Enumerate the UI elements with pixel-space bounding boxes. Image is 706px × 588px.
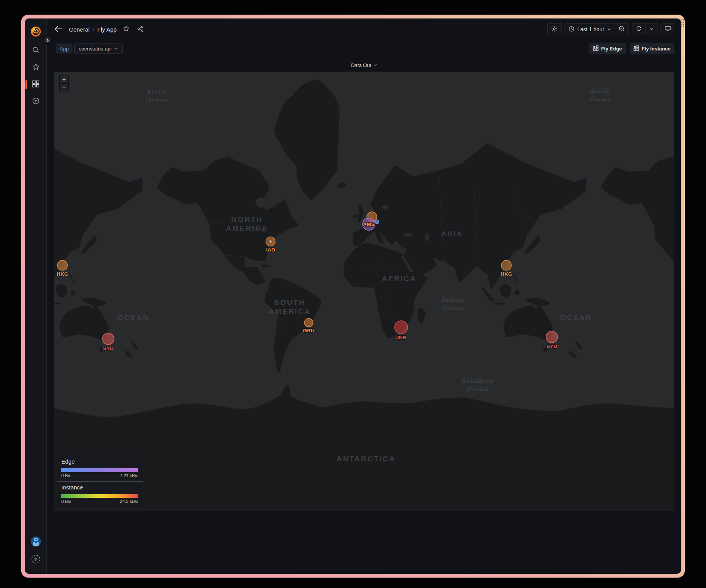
magnifier-minus-icon [619, 25, 625, 33]
map-label: Ocean [442, 304, 463, 312]
user-avatar [30, 536, 41, 548]
dashboard-link-fly-instance[interactable]: Fly Instance [630, 43, 674, 54]
sidebar-item-help[interactable]: ? [28, 551, 44, 568]
map-marker-label: SYD [546, 343, 557, 349]
breadcrumb-separator: / [92, 26, 94, 33]
zoom-out-button[interactable]: − [60, 84, 68, 92]
map-label: SOUTH [274, 298, 306, 307]
map-marker-syd[interactable]: SYD [103, 333, 114, 351]
apps-grid-icon [634, 45, 639, 52]
map-marker[interactable] [375, 220, 379, 224]
panel-header[interactable]: Data Out [54, 59, 674, 72]
map-label: Arctic [146, 88, 167, 95]
map-marker-iad[interactable]: IAD [266, 237, 275, 253]
chevron-down-icon [114, 46, 118, 52]
map-label: Southern [461, 377, 493, 384]
grafana-window: ? [25, 18, 681, 574]
map-marker-label: HKG [501, 271, 512, 277]
map-label: Ocean [589, 95, 611, 102]
map-label: ASIA [441, 230, 463, 238]
share-dashboard-button[interactable] [136, 24, 145, 35]
world-map[interactable]: ArcticOceanArcticOceanNORTHAMERICAASIAAF… [54, 72, 674, 511]
variable-value-dropdown[interactable]: openstatus-api [74, 44, 123, 54]
dashboard-settings-button[interactable] [547, 23, 561, 35]
tv-mode-button[interactable] [661, 23, 675, 35]
monitor-icon [664, 25, 671, 33]
map-label: Indian [441, 296, 464, 303]
legend-section-title: Edge [61, 458, 138, 465]
chevron-down-icon [607, 26, 611, 32]
legend-section-title: Instance [61, 484, 138, 491]
help-icon: ? [32, 555, 40, 563]
zoom-out-time-button[interactable] [615, 23, 629, 35]
geomap-panel: Data Out [54, 59, 674, 511]
sidebar-item-search[interactable] [28, 42, 44, 59]
legend-min-value: 0 B/s [61, 473, 71, 478]
map-label: AMERICA [226, 224, 268, 232]
refresh-icon [636, 26, 642, 33]
legend-minmax-row: 0 B/s7.21 kB/s [61, 473, 138, 478]
zoom-in-button[interactable]: + [60, 75, 68, 83]
dashboard-toolbar: App openstatus-api [47, 40, 681, 57]
breadcrumb-page: Fly App [97, 26, 117, 33]
link-label: Fly Instance [642, 46, 671, 52]
map-marker-hkg[interactable]: HKG [501, 260, 512, 277]
time-range-picker[interactable]: Last 1 hour [565, 23, 615, 35]
dashboard-links: Fly Edge Fly Instance [589, 43, 674, 54]
map-label: AMERICA [269, 307, 311, 315]
refresh-button[interactable] [632, 23, 646, 35]
map-marker-hkg[interactable]: HKG [57, 260, 68, 277]
map-label: Arctic [589, 87, 611, 94]
map-label: AFRICA [382, 275, 417, 283]
map-label: ANTARCTICA [336, 455, 395, 463]
dashboard-canvas: Data Out [47, 57, 681, 574]
refresh-controls [632, 23, 657, 35]
legend-max-value: 7.21 kB/s [120, 473, 138, 478]
time-range-controls: Last 1 hour [565, 23, 629, 35]
map-label: OCEAN [117, 313, 150, 322]
map-marker-syd[interactable]: SYD [546, 331, 558, 349]
apps-grid-icon [593, 45, 598, 52]
map-marker-label: GRU [303, 328, 314, 333]
breadcrumb-section[interactable]: General [69, 26, 89, 33]
map-marker-label: SYD [103, 345, 114, 351]
map-label: Ocean [146, 96, 167, 104]
link-label: Fly Edge [601, 46, 622, 52]
legend-gradient-bar [61, 468, 138, 472]
search-icon [32, 46, 40, 55]
star-icon [32, 63, 40, 72]
desktop-background: ? [0, 0, 706, 588]
breadcrumb: General / Fly App [69, 26, 117, 33]
variable-selected-value: openstatus-api [79, 46, 111, 52]
legend-max-value: 34.3 kB/s [120, 499, 138, 504]
favorite-dashboard-button[interactable] [121, 24, 131, 35]
map-marker-label: AMS [363, 221, 375, 227]
sidebar-item-explore[interactable] [28, 93, 44, 110]
star-outline-icon [123, 25, 129, 33]
map-marker-jnb[interactable]: JNB [395, 321, 408, 340]
window-frame: ? [21, 15, 685, 578]
share-icon [137, 25, 144, 33]
top-navigation-bar: General / Fly App [47, 18, 681, 40]
back-button[interactable] [53, 24, 64, 35]
arrow-left-icon [54, 25, 63, 34]
sidebar-expand-button[interactable] [43, 35, 52, 45]
sidebar-item-starred[interactable] [28, 59, 44, 76]
clock-icon [568, 26, 575, 33]
chevron-down-icon [373, 62, 377, 68]
map-marker-label: IAD [266, 247, 275, 253]
map-marker-ams[interactable]: AMS [363, 218, 375, 230]
grafana-logo[interactable] [28, 24, 44, 39]
main-content: General / Fly App [47, 18, 681, 574]
refresh-interval-dropdown[interactable] [646, 23, 657, 35]
map-legend: Edge0 B/s7.21 kB/sInstance0 B/s34.3 kB/s [57, 454, 143, 508]
sidebar-item-dashboards[interactable] [28, 76, 44, 93]
map-canvas[interactable]: ArcticOceanArcticOceanNORTHAMERICAASIAAF… [54, 72, 674, 511]
legend-divider [57, 481, 143, 482]
dashboard-link-fly-edge[interactable]: Fly Edge [589, 43, 626, 54]
sidebar-item-profile[interactable] [28, 534, 44, 551]
compass-icon [32, 97, 40, 106]
map-zoom-controls: + − [59, 75, 69, 92]
gear-icon [551, 25, 558, 33]
variable-label: App [56, 44, 72, 54]
